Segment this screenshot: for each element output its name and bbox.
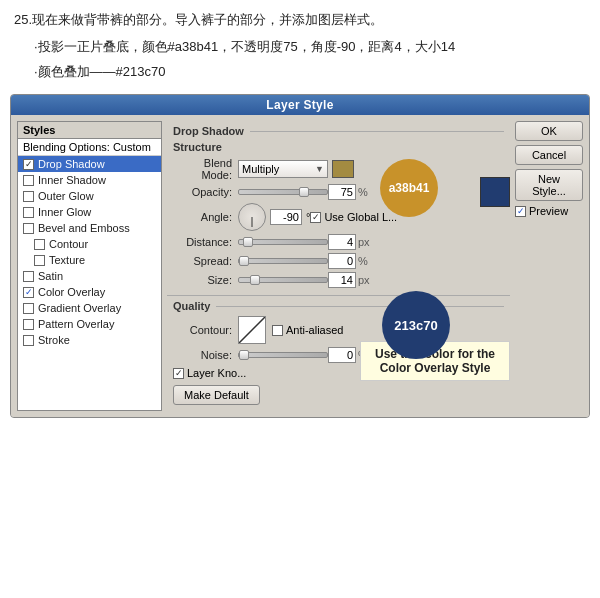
contour-checkbox[interactable] <box>34 239 45 250</box>
new-style-button[interactable]: New Style... <box>515 169 583 201</box>
sidebar-item-inner-glow[interactable]: Inner Glow <box>18 204 161 220</box>
drop-shadow-panel: Drop Shadow Structure Blend Mode: Multip… <box>167 121 510 295</box>
distance-unit: px <box>358 236 372 248</box>
layer-style-dialog: Layer Style Styles Blending Options: Cus… <box>10 94 590 418</box>
size-slider-track[interactable] <box>238 277 328 283</box>
preview-checkbox[interactable] <box>515 206 526 217</box>
bullet-1: ·投影一正片叠底，颜色#a38b41，不透明度75，角度-90，距离4，大小14 <box>14 37 586 58</box>
texture-checkbox[interactable] <box>34 255 45 266</box>
noise-slider-track[interactable] <box>238 352 328 358</box>
contour-preview[interactable] <box>238 316 266 344</box>
gradient-overlay-checkbox[interactable] <box>23 303 34 314</box>
drop-shadow-checkbox[interactable] <box>23 159 34 170</box>
angle-dial-indicator <box>252 217 253 227</box>
size-unit: px <box>358 274 372 286</box>
size-slider-container <box>238 277 328 283</box>
distance-label: Distance: <box>173 236 238 248</box>
blend-mode-label: Blend Mode: <box>173 157 238 181</box>
size-slider-thumb[interactable] <box>250 275 260 285</box>
satin-label: Satin <box>38 270 63 282</box>
anti-alias-label: Anti-aliased <box>286 324 343 336</box>
drop-shadow-color-swatch[interactable] <box>332 160 354 178</box>
sidebar-item-contour[interactable]: Contour <box>18 236 161 252</box>
sidebar-item-color-overlay[interactable]: Color Overlay <box>18 284 161 300</box>
sidebar-item-bevel-emboss[interactable]: Bevel and Emboss <box>18 220 161 236</box>
sidebar-item-texture[interactable]: Texture <box>18 252 161 268</box>
instruction-title: 25.现在来做背带裤的部分。导入裤子的部分，并添加图层样式。 <box>14 10 586 31</box>
global-light-checkbox[interactable] <box>310 212 321 223</box>
spread-row: Spread: 0 % <box>173 253 504 269</box>
layer-style-sidebar: Styles Blending Options: Custom Drop Sha… <box>17 121 162 411</box>
opacity-label: Opacity: <box>173 186 238 198</box>
blend-mode-value: Multiply <box>242 163 279 175</box>
sidebar-item-outer-glow[interactable]: Outer Glow <box>18 188 161 204</box>
color-overlay-checkbox[interactable] <box>23 287 34 298</box>
spread-label: Spread: <box>173 255 238 267</box>
noise-slider-container <box>238 352 328 358</box>
sidebar-item-gradient-overlay[interactable]: Gradient Overlay <box>18 300 161 316</box>
blend-mode-arrow-icon: ▼ <box>315 164 324 174</box>
satin-checkbox[interactable] <box>23 271 34 282</box>
angle-dial[interactable] <box>238 203 266 231</box>
styles-title: Styles <box>18 122 161 139</box>
callout-orange: a38b41 <box>380 159 438 217</box>
opacity-slider-track[interactable] <box>238 189 328 195</box>
spread-value[interactable]: 0 <box>328 253 356 269</box>
blend-mode-select[interactable]: Multiply ▼ <box>238 160 328 178</box>
size-value[interactable]: 14 <box>328 272 356 288</box>
distance-slider-thumb[interactable] <box>243 237 253 247</box>
angle-row: Angle: -90 ° Use Global L... <box>173 203 504 231</box>
opacity-slider-container <box>238 189 328 195</box>
global-light-container: Use Global L... <box>310 211 397 223</box>
outer-glow-checkbox[interactable] <box>23 191 34 202</box>
drop-shadow-title: Drop Shadow <box>173 125 244 137</box>
anti-alias-checkbox[interactable] <box>272 325 283 336</box>
cancel-button[interactable]: Cancel <box>515 145 583 165</box>
sidebar-item-pattern-overlay[interactable]: Pattern Overlay <box>18 316 161 332</box>
inner-shadow-checkbox[interactable] <box>23 175 34 186</box>
pattern-overlay-checkbox[interactable] <box>23 319 34 330</box>
section-divider <box>250 131 504 132</box>
distance-row: Distance: 4 px <box>173 234 504 250</box>
sidebar-item-stroke[interactable]: Stroke <box>18 332 161 348</box>
make-default-container: Make Default <box>173 379 504 407</box>
make-default-button[interactable]: Make Default <box>173 385 260 405</box>
angle-label: Angle: <box>173 211 238 223</box>
inner-glow-checkbox[interactable] <box>23 207 34 218</box>
angle-value[interactable]: -90 <box>270 209 302 225</box>
spread-slider-thumb[interactable] <box>239 256 249 266</box>
spread-slider-track[interactable] <box>238 258 328 264</box>
callout-blue-label: 213c70 <box>394 318 437 333</box>
ok-button[interactable]: OK <box>515 121 583 141</box>
noise-label: Noise: <box>173 349 238 361</box>
inner-shadow-label: Inner Shadow <box>38 174 106 186</box>
distance-slider-track[interactable] <box>238 239 328 245</box>
stroke-label: Stroke <box>38 334 70 346</box>
quality-divider <box>216 306 504 307</box>
sidebar-item-drop-shadow[interactable]: Drop Shadow <box>18 156 161 172</box>
spread-slider-container <box>238 258 328 264</box>
opacity-slider-thumb[interactable] <box>299 187 309 197</box>
preview-label: Preview <box>529 205 568 217</box>
bevel-emboss-label: Bevel and Emboss <box>38 222 130 234</box>
distance-slider-container <box>238 239 328 245</box>
opacity-value[interactable]: 75 <box>328 184 356 200</box>
sidebar-item-satin[interactable]: Satin <box>18 268 161 284</box>
distance-value[interactable]: 4 <box>328 234 356 250</box>
layer-knockout-checkbox[interactable] <box>173 368 184 379</box>
bevel-emboss-checkbox[interactable] <box>23 223 34 234</box>
noise-slider-thumb[interactable] <box>239 350 249 360</box>
opacity-row: Opacity: 75 % <box>173 184 504 200</box>
callout-blue: 213c70 <box>382 291 450 359</box>
sidebar-item-inner-shadow[interactable]: Inner Shadow <box>18 172 161 188</box>
color-overlay-label: Color Overlay <box>38 286 105 298</box>
preview-container: Preview <box>515 205 583 217</box>
drop-shadow-section-header: Drop Shadow <box>173 125 504 137</box>
noise-value[interactable]: 0 <box>328 347 356 363</box>
angle-control: -90 ° <box>238 203 310 231</box>
gradient-overlay-label: Gradient Overlay <box>38 302 121 314</box>
outer-glow-label: Outer Glow <box>38 190 94 202</box>
stroke-checkbox[interactable] <box>23 335 34 346</box>
pattern-overlay-label: Pattern Overlay <box>38 318 114 330</box>
blending-options-item[interactable]: Blending Options: Custom <box>18 139 161 156</box>
